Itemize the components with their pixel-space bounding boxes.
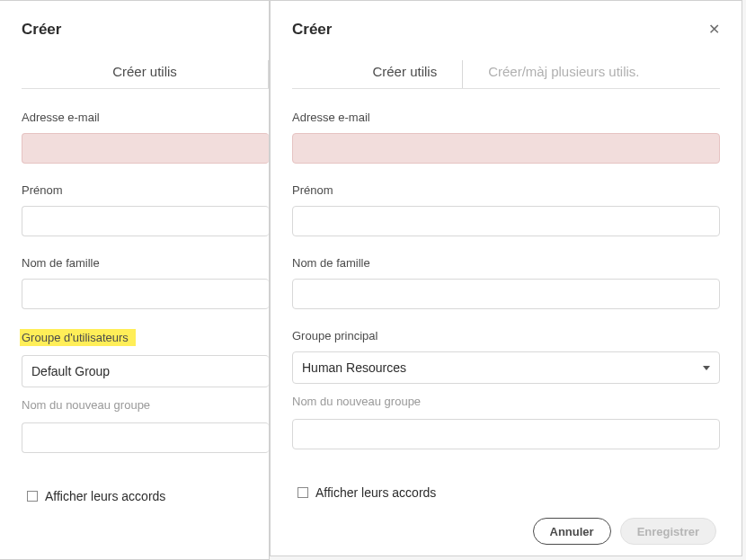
tabs: Créer utilis Créer/màj plusieurs utilis. [292, 60, 720, 88]
user-group-value: Default Group [31, 364, 110, 378]
tab-create-bulk-users[interactable]: Créer/màj plusieurs utilis. [463, 60, 664, 88]
checkbox-icon[interactable] [298, 487, 308, 498]
cancel-button[interactable]: Annuler [533, 518, 611, 545]
firstname-field[interactable] [22, 206, 269, 236]
create-user-panel-left: Créer Créer utilis Adresse e-mail Prénom… [0, 0, 270, 560]
new-group-field[interactable] [292, 419, 720, 449]
panel-header: Créer [0, 1, 269, 51]
email-field[interactable] [292, 133, 720, 164]
email-label: Adresse e-mail [22, 111, 269, 124]
create-user-panel-right: Créer ✕ Créer utilis Créer/màj plusieurs… [270, 0, 742, 556]
chevron-down-icon [703, 366, 710, 370]
firstname-field[interactable] [292, 206, 720, 236]
new-group-placeholder: Nom du nouveau groupe [22, 398, 269, 412]
checkbox-icon[interactable] [27, 491, 38, 502]
tab-create-user[interactable]: Créer utilis [22, 60, 269, 88]
view-agreements-label: Afficher leurs accords [315, 485, 436, 500]
save-button: Enregistrer [620, 518, 716, 545]
firstname-label: Prénom [292, 183, 720, 197]
lastname-field[interactable] [22, 279, 269, 309]
panel-title: Créer [22, 21, 61, 39]
new-group-field[interactable] [22, 422, 269, 453]
panel-header: Créer ✕ [271, 1, 742, 51]
view-agreements-checkbox-row[interactable]: Afficher leurs accords [298, 485, 720, 500]
primary-group-select[interactable]: Human Resources [292, 351, 720, 384]
primary-group-label: Groupe principal [292, 329, 720, 342]
email-label: Adresse e-mail [292, 111, 720, 124]
dialog-footer: Annuler Enregistrer [271, 500, 742, 545]
new-group-placeholder: Nom du nouveau groupe [292, 395, 720, 408]
lastname-label: Nom de famille [22, 256, 269, 270]
user-group-select[interactable]: Default Group [22, 355, 269, 387]
firstname-label: Prénom [22, 183, 269, 197]
user-group-label: Groupe d'utilisateurs [20, 329, 136, 346]
tab-create-user[interactable]: Créer utilis [347, 60, 463, 88]
view-agreements-label: Afficher leurs accords [45, 489, 165, 503]
lastname-label: Nom de famille [292, 256, 720, 270]
lastname-field[interactable] [292, 279, 720, 309]
close-icon[interactable]: ✕ [708, 22, 720, 37]
email-field[interactable] [22, 133, 269, 164]
primary-group-value: Human Resources [302, 360, 406, 375]
view-agreements-checkbox-row[interactable]: Afficher leurs accords [27, 489, 269, 503]
panel-title: Créer [292, 21, 332, 39]
